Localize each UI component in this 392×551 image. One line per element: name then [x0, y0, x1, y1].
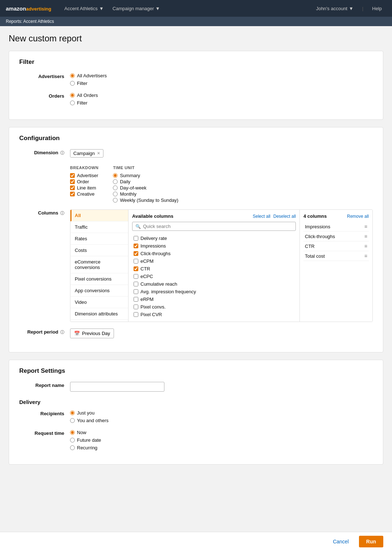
help-nav[interactable]: Help [368, 0, 386, 17]
category-pixel[interactable]: Pixel conversions [70, 273, 128, 285]
recipients-just-you[interactable]: Just you [70, 410, 373, 416]
category-costs[interactable]: Costs [70, 245, 128, 256]
category-all[interactable]: All [70, 210, 128, 221]
breakdown-creative-cb[interactable] [70, 192, 75, 196]
campaign-manager-nav[interactable]: Campaign manager ▼ [108, 0, 164, 17]
breakdown-column: BREAKDOWN Advertiser Order Line item [70, 166, 98, 203]
avail-delivery-rate[interactable]: Delivery rate [132, 234, 296, 242]
request-time-recurring-radio[interactable] [70, 445, 75, 450]
breakdown-line-item-cb[interactable] [70, 185, 75, 190]
report-period-button[interactable]: 📅 Previous Day [70, 328, 114, 338]
avail-ecpc[interactable]: eCPC [132, 273, 296, 280]
remove-all-link[interactable]: Remove all [347, 214, 369, 219]
timeunit-monthly-radio[interactable] [113, 192, 118, 196]
cb-ctr[interactable] [134, 266, 138, 271]
breakdown-order-cb[interactable] [70, 179, 75, 184]
avail-pixel-cvr[interactable]: Pixel CVR [132, 311, 296, 318]
request-time-future[interactable]: Future date [70, 437, 373, 443]
user-account-nav[interactable]: John's account ▼ [312, 0, 358, 17]
advertisers-filter-input[interactable] [70, 81, 75, 86]
orders-filter-radio[interactable]: Filter [70, 100, 373, 106]
avail-cumulative-reach[interactable]: Cumulative reach [132, 280, 296, 288]
advertisers-filter-radio[interactable]: Filter [70, 81, 373, 86]
dimension-label: Dimension ⓘ [19, 149, 70, 156]
remove-click-throughs-icon[interactable]: ≡ [364, 233, 367, 239]
request-time-recurring[interactable]: Recurring [70, 445, 373, 450]
avail-ecpm[interactable]: eCPM [132, 257, 296, 265]
recipients-control: Just you You and others [70, 410, 373, 423]
cb-erpm[interactable] [134, 297, 138, 302]
remove-total-cost-icon[interactable]: ≡ [364, 253, 367, 259]
recipients-just-you-radio[interactable] [70, 411, 75, 415]
cb-pixel-cvr[interactable] [134, 312, 138, 317]
deselect-all-link[interactable]: Deselect all [273, 214, 296, 219]
orders-filter-input[interactable] [70, 101, 75, 105]
avail-click-throughs[interactable]: Click-throughs [132, 250, 296, 257]
accent-athletics-nav[interactable]: Accent Athletics ▼ [60, 0, 108, 17]
timeunit-daily[interactable]: Daily [113, 179, 178, 184]
cb-click-throughs[interactable] [134, 251, 138, 256]
timeunit-weekly-radio[interactable] [113, 198, 118, 203]
category-video[interactable]: Video [70, 297, 128, 308]
breakdown-line-item[interactable]: Line item [70, 185, 98, 191]
report-period-control: 📅 Previous Day [70, 328, 373, 338]
category-ecommerce[interactable]: eCommerce conversions [70, 256, 128, 273]
dimension-info-icon[interactable]: ⓘ [60, 151, 64, 155]
cb-delivery-rate[interactable] [134, 236, 138, 241]
orders-all-input[interactable] [70, 93, 75, 98]
advertisers-all-input[interactable] [70, 73, 75, 78]
report-name-control [70, 382, 373, 392]
nav-divider: | [362, 6, 363, 11]
recipients-you-and-others[interactable]: You and others [70, 418, 373, 423]
timeunit-weekly[interactable]: Weekly (Sunday to Sunday) [113, 197, 178, 203]
timeunit-day-of-week[interactable]: Day-of-week [113, 185, 178, 191]
selected-ctr: CTR ≡ [303, 241, 369, 251]
category-dimension[interactable]: Dimension attributes [70, 308, 128, 320]
request-time-radio-group: Now Future date Recurring [70, 430, 373, 450]
cb-impressions[interactable] [134, 244, 138, 248]
remove-impressions-icon[interactable]: ≡ [364, 224, 367, 229]
recipients-you-and-others-radio[interactable] [70, 418, 75, 423]
orders-all-radio[interactable]: All Orders [70, 93, 373, 98]
timeunit-daily-radio[interactable] [113, 179, 118, 184]
avail-erpm[interactable]: eRPM [132, 295, 296, 303]
remove-ctr-icon[interactable]: ≡ [364, 243, 367, 249]
request-time-now[interactable]: Now [70, 430, 373, 435]
category-traffic[interactable]: Traffic [70, 221, 128, 233]
cb-pixel-convs[interactable] [134, 305, 138, 309]
timeunit-summary[interactable]: Summary [113, 173, 178, 178]
cancel-button[interactable]: Cancel [327, 536, 355, 547]
report-name-row: Report name [19, 382, 373, 392]
dimension-tag-close[interactable]: ✕ [97, 151, 100, 156]
advertising-logo: advertising [26, 6, 51, 12]
category-app[interactable]: App conversions [70, 285, 128, 297]
report-period-info-icon[interactable]: ⓘ [60, 330, 64, 334]
cb-cumulative-reach[interactable] [134, 282, 138, 286]
breakdown-order[interactable]: Order [70, 179, 98, 184]
avail-pixel-convs[interactable]: Pixel convs. [132, 303, 296, 311]
breakdown-creative[interactable]: Creative [70, 191, 98, 197]
logo[interactable]: amazonadvertising [6, 5, 51, 12]
select-all-link[interactable]: Select all [253, 214, 270, 219]
columns-info-icon[interactable]: ⓘ [60, 211, 64, 215]
report-name-input[interactable] [70, 382, 164, 392]
timeunit-dow-radio[interactable] [113, 185, 118, 190]
avail-impressions[interactable]: Impressions [132, 242, 296, 250]
avail-avg-impression[interactable]: Avg. impression frequency [132, 288, 296, 295]
cb-ecpm[interactable] [134, 259, 138, 264]
column-search-box[interactable]: 🔍 [132, 222, 296, 231]
avail-ctr[interactable]: CTR [132, 265, 296, 273]
request-time-future-radio[interactable] [70, 438, 75, 442]
timeunit-summary-radio[interactable] [113, 173, 118, 178]
breakdown-advertiser-cb[interactable] [70, 173, 75, 178]
column-search-input[interactable] [143, 224, 293, 229]
cb-ecpc[interactable] [134, 274, 138, 279]
timeunit-monthly[interactable]: Monthly [113, 191, 178, 197]
advertisers-all-radio[interactable]: All Advertisers [70, 73, 373, 78]
cb-avg-impression[interactable] [134, 289, 138, 294]
run-button[interactable]: Run [359, 536, 383, 547]
category-rates[interactable]: Rates [70, 233, 128, 245]
breadcrumb: Reports: Accent Athletics [0, 17, 392, 26]
request-time-now-radio[interactable] [70, 430, 75, 435]
breakdown-advertiser[interactable]: Advertiser [70, 173, 98, 178]
